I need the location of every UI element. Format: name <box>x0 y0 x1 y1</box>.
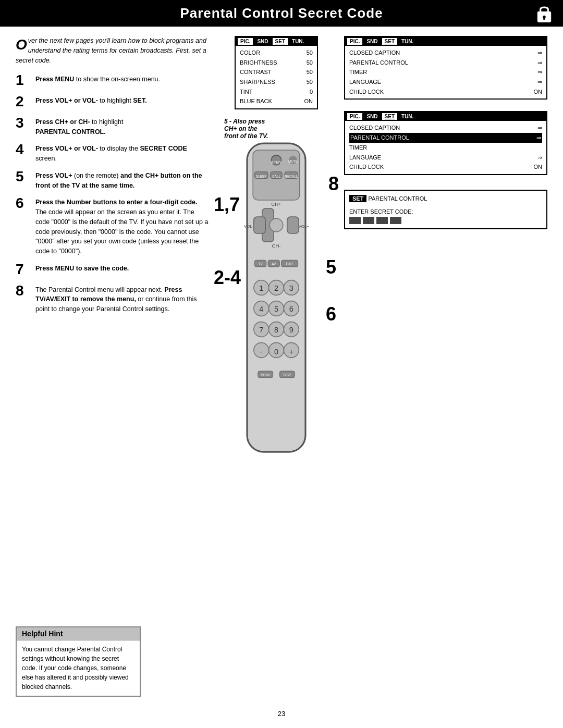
set-parental-control-label: SET PARENTAL CONTROL <box>349 195 542 204</box>
svg-rect-17 <box>287 217 299 233</box>
remote-label-8: 8 <box>328 173 339 195</box>
page-header: Parental Control Secret Code <box>0 0 563 27</box>
also-press-line1: 5 - Also press <box>224 118 265 125</box>
svg-text:CH+: CH+ <box>271 201 282 207</box>
enter-secret-code-label: ENTER SECRET CODE: <box>349 208 542 215</box>
also-press-note: 5 - Also press CH+ on the front of the T… <box>224 118 268 140</box>
step-6: 6 Press the Number buttons to enter a fo… <box>16 195 209 256</box>
menu-row-brightness: BRIGHTNESS 50 <box>240 58 313 68</box>
step-1: 1 Press MENU to show the on-screen menu. <box>16 72 209 89</box>
step-8-num: 8 <box>16 283 30 299</box>
step-1-num: 1 <box>16 72 30 89</box>
menu-row-contrast: CONTRAST 50 <box>240 67 313 77</box>
svg-text:RECALL: RECALL <box>285 175 298 178</box>
tab-set-first: SET <box>273 38 288 45</box>
svg-rect-2 <box>543 17 545 19</box>
tab-snd-1: SND <box>364 38 380 45</box>
tab-tun-1: TUN. <box>399 38 416 45</box>
row-language-2: LANGUAGE ⇒ <box>349 153 542 163</box>
svg-text:MUTE: MUTE <box>288 159 298 163</box>
row-child-lock-2: CHILD LOCK ON <box>349 162 542 172</box>
menu-box-1: PIC. SND SET TUN. CLOSED CAPTION ⇒ PAREN… <box>344 36 547 100</box>
code-dash-3 <box>376 217 388 224</box>
first-menu-body: COLOR 50 BRIGHTNESS 50 CONTRAST 50 SHARP… <box>236 46 317 108</box>
helpful-hint-body: You cannot change Parental Control setti… <box>17 640 140 696</box>
svg-text:SLEEP: SLEEP <box>256 175 267 178</box>
row-child-lock-1: CHILD LOCK ON <box>349 87 542 97</box>
helpful-hint-box: Helpful Hint You cannot change Parental … <box>16 626 141 697</box>
svg-text:6: 6 <box>289 305 293 314</box>
step-2-num: 2 <box>16 94 30 110</box>
step-4-text: Press VOL+ or VOL- to display the SECRET… <box>35 142 209 164</box>
first-menu-tabs: PIC. SND SET TUN. <box>236 37 317 46</box>
row-timer-1: TIMER ⇒ <box>349 67 542 77</box>
svg-text:3: 3 <box>289 285 293 293</box>
svg-text:+: + <box>289 348 293 356</box>
steps-list: 1 Press MENU to show the on-screen menu.… <box>16 72 209 314</box>
code-dash-1 <box>349 217 361 224</box>
step-6-text: Press the Number buttons to enter a four… <box>35 195 209 256</box>
svg-text:MENU: MENU <box>261 373 271 377</box>
tab-snd-2: SND <box>364 113 380 120</box>
svg-rect-16 <box>254 217 265 233</box>
menu-row-color: COLOR 50 <box>240 48 313 58</box>
remote-illustration: 1,7 8 2-4 5 6 STBY MUTE SLEEP <box>235 142 318 460</box>
svg-text:CALL: CALL <box>272 175 280 178</box>
tab-pic-1: PIC. <box>347 38 362 45</box>
remote-svg: STBY MUTE SLEEP CALL RECALL CH+ CH- VOL- <box>235 142 318 459</box>
step-8-text: The Parental Control menu will appear ne… <box>35 283 209 314</box>
code-dashes <box>349 217 542 224</box>
svg-text:4: 4 <box>259 305 263 314</box>
svg-text:DISP: DISP <box>283 373 291 377</box>
svg-text:CH-: CH- <box>272 243 280 249</box>
svg-text:-: - <box>260 348 263 356</box>
tab-tun-first: TUN. <box>289 38 307 45</box>
svg-text:EXIT: EXIT <box>286 262 293 266</box>
step-1-text: Press MENU to show the on-screen menu. <box>35 72 160 84</box>
secret-code-box: SET PARENTAL CONTROL ENTER SECRET CODE: <box>344 190 547 229</box>
step-3-num: 3 <box>16 115 30 131</box>
svg-text:0: 0 <box>274 348 278 356</box>
step-6-num: 6 <box>16 195 30 212</box>
menu-box-2-tabs: PIC. SND SET TUN. <box>345 112 546 121</box>
menu-row-blueback: BLUE BACK ON <box>240 96 313 106</box>
svg-text:7: 7 <box>259 326 263 335</box>
row-closed-caption-2: CLOSED CAPTION ⇒ <box>349 123 542 133</box>
intro-text: O ver the next few pages you'll learn ho… <box>16 36 209 65</box>
row-closed-caption-1: CLOSED CAPTION ⇒ <box>349 48 542 58</box>
menu-row-sharpness: SHARPNESS 50 <box>240 77 313 87</box>
step-5-num: 5 <box>16 169 30 185</box>
step-4: 4 Press VOL+ or VOL- to display the SECR… <box>16 142 209 164</box>
menu-box-1-tabs: PIC. SND SET TUN. <box>345 37 546 46</box>
svg-text:5: 5 <box>274 305 278 314</box>
remote-label-5: 5 <box>326 256 336 278</box>
first-menu-box: PIC. SND SET TUN. COLOR 50 BRIGHTNESS 50… <box>235 36 318 109</box>
step-5-text: Press VOL+ (on the remote) and the CH+ b… <box>35 169 209 191</box>
svg-text:AV: AV <box>272 262 276 266</box>
row-timer-2: TIMER <box>349 143 542 153</box>
right-column: PIC. SND SET TUN. CLOSED CAPTION ⇒ PAREN… <box>344 36 547 460</box>
svg-point-18 <box>270 218 283 232</box>
also-press-line3: front of the TV. <box>224 132 268 140</box>
remote-label-24: 2-4 <box>214 267 241 289</box>
tab-set-1: SET <box>382 38 397 45</box>
step-3-text: Press CH+ or CH- to highlightPARENTAL CO… <box>35 115 124 137</box>
tab-set-2: SET <box>382 113 397 120</box>
step-5: 5 Press VOL+ (on the remote) and the CH+… <box>16 169 209 191</box>
set-label: SET <box>349 195 366 202</box>
step-4-num: 4 <box>16 142 30 158</box>
step-2-text: Press VOL+ or VOL- to highlight SET. <box>35 94 147 106</box>
svg-text:1: 1 <box>259 285 263 293</box>
page-number: 23 <box>278 710 285 718</box>
svg-text:VOL-: VOL- <box>244 224 254 229</box>
step-8: 8 The Parental Control menu will appear … <box>16 283 209 314</box>
svg-text:8: 8 <box>274 326 278 335</box>
tab-pic-2: PIC. <box>347 113 362 120</box>
tab-pic-first: PIC. <box>238 38 253 45</box>
svg-text:9: 9 <box>289 326 293 335</box>
row-parental-control-1: PARENTAL CONTROL ⇒ <box>349 58 542 68</box>
step-7: 7 Press MENU to save the code. <box>16 262 209 278</box>
menu-box-1-body: CLOSED CAPTION ⇒ PARENTAL CONTROL ⇒ TIME… <box>345 46 546 98</box>
parental-control-text: PARENTAL CONTROL <box>368 195 427 202</box>
lock-icon <box>535 3 554 24</box>
